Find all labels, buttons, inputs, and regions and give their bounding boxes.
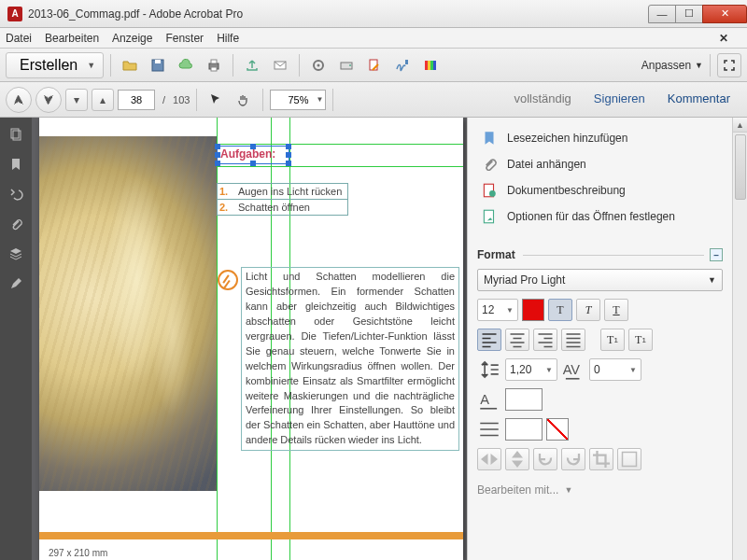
rotate-cw-button[interactable] (561, 448, 585, 470)
scroll-thumb[interactable] (735, 134, 746, 200)
body-text-box[interactable]: Licht und Schatten modellieren die Gesic… (241, 267, 459, 451)
superscript-button[interactable]: T1 (600, 329, 625, 351)
hint-icon (218, 270, 238, 290)
resize-handle[interactable] (250, 161, 256, 166)
no-stroke-swatch[interactable] (546, 418, 569, 441)
align-justify-button[interactable] (561, 329, 585, 351)
align-center-button[interactable] (505, 329, 529, 351)
flip-h-button[interactable] (477, 448, 501, 470)
open-options-icon (481, 208, 498, 225)
format-header[interactable]: Format– (477, 248, 723, 261)
list-item[interactable]: 1.Augen ins Licht rücken (217, 183, 348, 200)
edit-with-dropdown[interactable]: Bearbeiten mit...▼ (477, 483, 723, 497)
maximize-button[interactable]: ☐ (675, 5, 703, 23)
resize-handle[interactable] (286, 144, 291, 149)
email-button[interactable] (268, 53, 292, 77)
next-page-button[interactable]: ⮟ (35, 87, 62, 113)
italic-button[interactable]: T (576, 299, 600, 321)
edit-pdf-button[interactable] (362, 53, 387, 77)
svg-rect-16 (430, 61, 433, 70)
fullscreen-button[interactable] (717, 53, 741, 77)
thumbnails-tab[interactable] (7, 125, 25, 144)
signatures-tab[interactable] (7, 274, 25, 293)
page-image (39, 136, 217, 491)
undo-icon (8, 187, 23, 202)
font-size-input[interactable]: 12▼ (477, 299, 518, 321)
prev-page-button[interactable]: ⮝ (6, 87, 32, 113)
document-viewport[interactable]: Aufgaben: 1.Augen ins Licht rücken 2.Sch… (32, 118, 467, 560)
menu-anzeige[interactable]: Anzeige (112, 32, 152, 45)
menu-bearbeiten[interactable]: Bearbeiten (45, 32, 99, 45)
chevron-down-icon: ▼ (695, 61, 703, 70)
zoom-input[interactable]: 75% ▼ (270, 90, 326, 110)
crop-button[interactable] (589, 448, 613, 470)
replace-icon (618, 448, 641, 470)
bookmarks-tab[interactable] (7, 155, 25, 174)
svg-point-9 (317, 63, 320, 66)
flip-v-button[interactable] (505, 448, 529, 470)
mode-sign[interactable]: Signieren (583, 86, 656, 113)
scroll-up-button[interactable]: ▲ (733, 118, 747, 133)
align-left-button[interactable] (477, 329, 501, 351)
doc-close-button[interactable]: ✕ (719, 32, 728, 45)
open-button[interactable] (118, 53, 142, 77)
text-color-swatch[interactable] (522, 299, 544, 321)
save-button[interactable] (146, 53, 170, 77)
color-button[interactable] (418, 53, 443, 77)
create-button[interactable]: Erstellen ▼ (6, 52, 104, 78)
menu-datei[interactable]: Datei (6, 32, 32, 45)
share-button[interactable] (240, 53, 264, 77)
close-button[interactable]: ✕ (702, 5, 747, 23)
task-list: 1.Augen ins Licht rücken 2.Schatten öffn… (217, 183, 348, 216)
action-label: Datei anhängen (507, 158, 586, 171)
resize-handle[interactable] (286, 152, 291, 158)
doc-description-action[interactable]: Dokumentbeschreibung (477, 177, 723, 203)
menu-hilfe[interactable]: Hilfe (217, 32, 239, 45)
page-number-input[interactable]: 38 (118, 90, 155, 110)
sign-tool-button[interactable] (390, 53, 415, 77)
underline-button[interactable]: T (604, 299, 628, 321)
resize-handle[interactable] (215, 161, 220, 166)
tracking-input[interactable]: 0▼ (589, 358, 641, 381)
replace-button[interactable] (617, 448, 641, 470)
export-button[interactable] (306, 53, 331, 77)
fill-color-swatch[interactable] (505, 388, 543, 411)
page-up-button[interactable]: ▾ (65, 89, 88, 111)
customize-toolbar[interactable]: Anpassen ▼ (641, 59, 703, 72)
print-button[interactable] (202, 53, 226, 77)
select-tool[interactable] (204, 88, 228, 112)
cloud-button[interactable] (174, 53, 198, 77)
list-item[interactable]: 2.Schatten öffnen (217, 200, 348, 216)
titlebar: A 2013-06_Commag.pdf - Adobe Acrobat Pro… (0, 0, 747, 28)
document-info-icon (481, 182, 498, 199)
signature-icon (395, 58, 410, 73)
subscript-button[interactable]: T1 (628, 329, 653, 351)
align-right-button[interactable] (533, 329, 557, 351)
add-bookmark-action[interactable]: Lesezeichen hinzufügen (477, 125, 723, 151)
mode-full[interactable]: vollständig (502, 86, 582, 113)
scan-button[interactable] (334, 53, 359, 77)
hand-tool[interactable] (232, 88, 256, 112)
undo-tab[interactable] (7, 185, 25, 203)
separator (233, 54, 233, 77)
open-options-action[interactable]: Optionen für das Öffnen festlegen (477, 203, 723, 230)
collapse-button[interactable]: – (710, 248, 723, 261)
line-spacing-input[interactable]: 1,20▼ (505, 358, 557, 381)
layers-tab[interactable] (7, 245, 25, 263)
resize-handle[interactable] (286, 161, 291, 166)
attach-file-action[interactable]: Datei anhängen (477, 151, 723, 177)
panel-scrollbar[interactable]: ▲ (732, 118, 747, 560)
stroke-color-swatch[interactable] (505, 418, 543, 441)
page-down-button[interactable]: ▴ (92, 89, 114, 111)
customize-label: Anpassen (641, 59, 691, 72)
mode-comment[interactable]: Kommentar (656, 86, 741, 113)
chevron-down-icon: ▼ (317, 95, 324, 104)
selected-heading[interactable]: Aufgaben: (220, 147, 275, 161)
regular-style-button[interactable]: T (548, 299, 572, 321)
rotate-ccw-button[interactable] (533, 448, 557, 470)
menu-fenster[interactable]: Fenster (165, 32, 204, 45)
format-section: Format– Myriad Pro Light▼ 12▼ T T T (468, 237, 732, 502)
attachments-tab[interactable] (7, 215, 25, 233)
font-family-select[interactable]: Myriad Pro Light▼ (477, 269, 723, 291)
minimize-button[interactable]: — (648, 5, 676, 23)
